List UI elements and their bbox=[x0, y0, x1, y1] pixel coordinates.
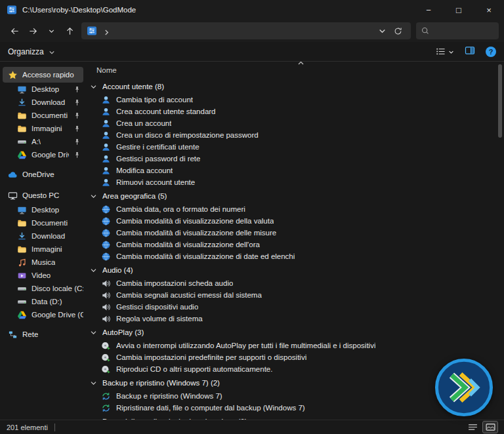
group-label: Backup e ripristino (Windows 7) (2) bbox=[102, 379, 220, 387]
forward-button[interactable] bbox=[24, 22, 42, 39]
back-button[interactable] bbox=[5, 22, 24, 39]
sidebar-item-download[interactable]: Download bbox=[3, 229, 83, 243]
row-label: Gestisci dispositivi audio bbox=[116, 303, 198, 311]
list-item[interactable]: Gestisci password di rete bbox=[90, 153, 495, 165]
backup-icon bbox=[101, 403, 111, 413]
globe-icon bbox=[101, 216, 111, 226]
preview-pane-icon bbox=[465, 45, 475, 56]
sidebar-item-download[interactable]: Download bbox=[3, 96, 83, 109]
row-label: Crea un disco di reimpostazione password bbox=[116, 131, 259, 139]
sidebar-item-accesso-rapido[interactable]: Accesso rapido bbox=[3, 67, 83, 83]
sidebar-item-documenti[interactable]: Documenti bbox=[3, 216, 83, 229]
row-label: Riproduci CD o altri supporti automatica… bbox=[116, 365, 272, 373]
chevron-down-icon bbox=[90, 83, 97, 90]
preview-pane-button[interactable] bbox=[465, 45, 475, 58]
sidebar-item-questo-pc[interactable]: Questo PC bbox=[3, 187, 83, 203]
list-item[interactable]: Cambia modalità di visualizzazione dell'… bbox=[90, 239, 495, 250]
list-item[interactable]: Regola volume di sistema bbox=[90, 313, 495, 325]
title-bar: C:\Users\roby-\Desktop\GodMode − □ × bbox=[0, 0, 504, 20]
row-label: Cambia modalità di visualizzazione delle… bbox=[116, 229, 276, 237]
sidebar-item-desktop[interactable]: Desktop bbox=[3, 203, 83, 216]
organize-button[interactable]: Organizza bbox=[8, 47, 55, 56]
sidebar-item-documenti[interactable]: Documenti bbox=[3, 109, 83, 122]
list-item[interactable]: Cambia modalità di visualizzazione di da… bbox=[90, 250, 495, 262]
up-button[interactable] bbox=[60, 22, 79, 39]
sidebar-item-video[interactable]: Video bbox=[3, 269, 83, 282]
scrollbar[interactable] bbox=[497, 63, 502, 418]
group-header-audio[interactable]: Audio (4) bbox=[90, 264, 495, 276]
row-label: Ripristinare dati, file o computer dal b… bbox=[116, 404, 305, 412]
sb-section-label: OneDrive bbox=[22, 170, 54, 178]
chevron-down-icon bbox=[90, 329, 97, 336]
row-label: Cambia impostazioni predefinite per supp… bbox=[116, 353, 306, 361]
list-item[interactable]: Cambia data, ora o formato dei numeri bbox=[90, 203, 495, 215]
folder-icon bbox=[17, 124, 27, 134]
column-header-label: Nome bbox=[96, 66, 117, 74]
breadcrumb-chevron-icon[interactable] bbox=[103, 27, 111, 35]
sidebar-item-desktop[interactable]: Desktop bbox=[3, 83, 83, 96]
list-item[interactable]: Cambia segnali acustici emessi dal siste… bbox=[90, 289, 495, 301]
change-view-button[interactable] bbox=[436, 46, 454, 58]
pin-icon bbox=[74, 151, 81, 159]
address-dropdown-chevron-icon[interactable] bbox=[374, 23, 390, 39]
recent-locations-chevron-icon[interactable] bbox=[42, 22, 60, 39]
thumbnail-view-icon bbox=[486, 424, 495, 431]
maximize-button[interactable]: □ bbox=[444, 0, 474, 20]
scrollbar-thumb[interactable] bbox=[498, 64, 502, 138]
chevron-down-icon bbox=[90, 267, 97, 274]
drive-icon bbox=[17, 137, 27, 147]
search-input[interactable] bbox=[434, 27, 494, 35]
sidebar-item-google-drive-g[interactable]: Google Drive (G bbox=[3, 148, 83, 161]
sb-child-label: Video bbox=[32, 271, 51, 279]
group-header-area-geografica[interactable]: Area geografica (5) bbox=[90, 190, 495, 202]
user-icon bbox=[101, 119, 111, 128]
sidebar-item-musica[interactable]: Musica bbox=[3, 256, 83, 269]
list-item[interactable]: Avvia o interrompi utilizzando AutoPlay … bbox=[90, 340, 495, 351]
list-item[interactable]: Modifica account bbox=[90, 165, 495, 176]
sidebar-item-immagini[interactable]: Immagini bbox=[3, 243, 83, 256]
cloud-icon bbox=[8, 170, 18, 180]
thumbnail-view-toggle[interactable] bbox=[483, 422, 497, 433]
backup-icon bbox=[101, 391, 111, 401]
column-header-name[interactable]: Nome bbox=[86, 62, 504, 79]
address-bar[interactable] bbox=[81, 22, 411, 39]
list-item[interactable]: Cambia modalità di visualizzazione delle… bbox=[90, 227, 495, 239]
sidebar-item-immagini[interactable]: Immagini bbox=[3, 122, 83, 135]
sidebar-item-data-d[interactable]: Data (D:) bbox=[3, 295, 83, 308]
sidebar-item-disco-locale-c[interactable]: Disco locale (C:) bbox=[3, 282, 83, 295]
search-icon bbox=[421, 27, 429, 35]
list-item[interactable]: Crea un account bbox=[90, 117, 495, 129]
list-item[interactable]: Cambia modalità di visualizzazione della… bbox=[90, 215, 495, 227]
sb-section-label: Questo PC bbox=[22, 191, 59, 199]
sidebar-item-google-drive-g[interactable]: Google Drive (G:) bbox=[3, 308, 83, 321]
group-header-account-utente[interactable]: Account utente (8) bbox=[90, 81, 495, 92]
pc-icon bbox=[8, 191, 18, 201]
item-count: 201 elementi bbox=[7, 424, 48, 431]
sidebar-item-onedrive[interactable]: OneDrive bbox=[3, 167, 83, 182]
row-label: Cambia modalità di visualizzazione della… bbox=[116, 217, 274, 225]
list-item[interactable]: Gestisci dispositivi audio bbox=[90, 301, 495, 313]
list-item[interactable]: Crea account utente standard bbox=[90, 106, 495, 117]
refresh-icon[interactable] bbox=[390, 23, 406, 39]
row-label: Crea un account bbox=[116, 119, 171, 127]
sidebar-item-a[interactable]: A:\ bbox=[3, 135, 83, 148]
sb-child-label: Documenti bbox=[32, 111, 68, 119]
close-button[interactable]: × bbox=[474, 0, 504, 20]
chevron-down-icon bbox=[90, 418, 97, 420]
list-item[interactable]: Cambia tipo di account bbox=[90, 94, 495, 106]
group-label: Account utente (8) bbox=[102, 83, 164, 90]
list-item[interactable]: Gestire i certificati utente bbox=[90, 141, 495, 153]
list-item[interactable]: Rimuovi account utente bbox=[90, 176, 495, 188]
minimize-button[interactable]: − bbox=[413, 0, 444, 20]
drive-icon bbox=[17, 297, 27, 307]
globe-icon bbox=[101, 228, 111, 238]
main-area: Accesso rapidoDesktopDownloadDocumentiIm… bbox=[0, 62, 504, 420]
list-item[interactable]: Cambia impostazioni scheda audio bbox=[90, 277, 495, 289]
globe-icon bbox=[101, 252, 111, 262]
search-box[interactable] bbox=[416, 22, 499, 39]
list-item[interactable]: Crea un disco di reimpostazione password bbox=[90, 129, 495, 141]
details-view-toggle[interactable] bbox=[465, 422, 480, 433]
group-header-autoplay[interactable]: AutoPlay (3) bbox=[90, 326, 495, 338]
sidebar-item-rete[interactable]: Rete bbox=[3, 326, 83, 342]
help-button[interactable]: ? bbox=[486, 47, 496, 57]
